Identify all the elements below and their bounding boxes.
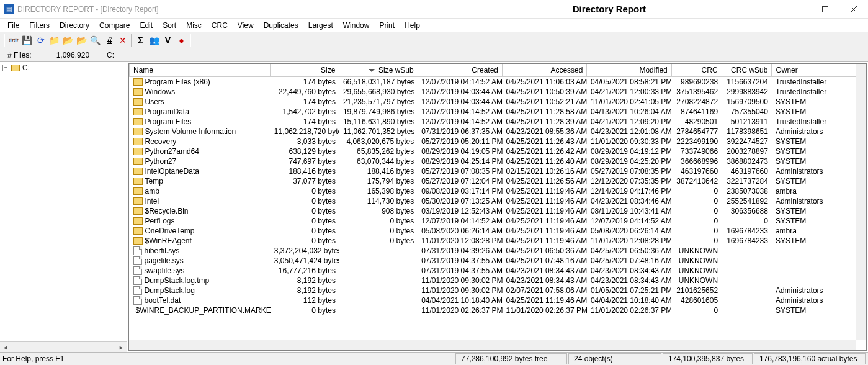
table-row[interactable]: Intel0 bytes114,730 bytes05/30/2019 07:1… — [130, 196, 866, 206]
row-modified: 04/05/2021 08:58:21 PM — [587, 77, 671, 88]
col-crc[interactable]: CRC — [671, 64, 722, 77]
scroll-left-icon[interactable]: ◄ — [0, 342, 11, 352]
scroll-right-icon[interactable]: ► — [116, 342, 127, 352]
col-owner[interactable]: Owner — [772, 64, 866, 77]
col-modified[interactable]: Modified — [587, 64, 671, 77]
folder-up-icon[interactable]: 📂 — [61, 34, 74, 47]
search-icon[interactable]: 🔍 — [89, 34, 102, 47]
menu-compare[interactable]: Compare — [94, 20, 135, 31]
col-name[interactable]: Name — [130, 64, 271, 77]
table-row[interactable]: pagefile.sys3,050,471,424 bytes07/31/201… — [130, 256, 866, 266]
record-icon[interactable]: ● — [175, 34, 188, 47]
col-size[interactable]: Size — [271, 64, 339, 77]
sort-desc-icon — [369, 69, 375, 72]
sigma-icon[interactable]: Σ — [134, 34, 147, 47]
row-owner: SYSTEM — [772, 146, 866, 156]
table-row[interactable]: $WinREAgent0 bytes0 bytes11/01/2020 12:0… — [130, 236, 866, 246]
table-row[interactable]: Python27747,697 bytes63,070,344 bytes08/… — [130, 156, 866, 166]
table-row[interactable]: Recovery3,033 bytes4,063,020,675 bytes05… — [130, 137, 866, 146]
table-row[interactable]: Windows22,449,760 bytes29,655,668,930 by… — [130, 87, 866, 97]
minimize-button[interactable] — [782, 0, 811, 19]
people-icon[interactable]: 👥 — [148, 34, 161, 47]
table-row[interactable]: IntelOptaneData188,416 bytes188,416 byte… — [130, 166, 866, 176]
table-row[interactable]: Program Files (x86)174 bytes66,518,031,1… — [130, 77, 866, 88]
col-accessed[interactable]: Accessed — [503, 64, 587, 77]
col-crc-wsub[interactable]: CRC wSub — [722, 64, 772, 77]
table-row[interactable]: $Recycle.Bin0 bytes908 bytes03/19/2019 1… — [130, 206, 866, 216]
col-size-wsub[interactable]: Size wSub — [339, 64, 418, 77]
row-owner: TrustedInstaller — [772, 87, 866, 97]
row-crc-wsub — [722, 256, 772, 266]
table-row[interactable]: bootTel.dat112 bytes04/04/2021 10:18:40 … — [130, 295, 866, 305]
row-name: Recovery — [145, 137, 177, 146]
table-row[interactable]: Program Files174 bytes15,116,631,890 byt… — [130, 117, 866, 127]
table-row[interactable]: $WINRE_BACKUP_PARTITION.MARKER0 bytes11/… — [130, 305, 866, 315]
binoculars-icon[interactable]: 👓 — [7, 34, 20, 47]
tree-hscroll[interactable]: ◄ ► — [0, 341, 127, 352]
table-row[interactable]: OneDriveTemp0 bytes0 bytes05/08/2020 06:… — [130, 226, 866, 236]
menu-directory[interactable]: Directory — [55, 20, 94, 31]
row-size-wsub: 66,518,031,187 bytes — [339, 77, 418, 88]
folder-open-icon[interactable]: 📂 — [75, 34, 88, 47]
table-row[interactable]: Python27amd64638,129 bytes65,835,262 byt… — [130, 146, 866, 156]
check-icon[interactable]: V — [161, 34, 174, 47]
col-created[interactable]: Created — [418, 64, 502, 77]
row-crc-wsub — [722, 266, 772, 276]
file-icon — [133, 256, 142, 265]
delete-icon[interactable]: ✕ — [116, 34, 129, 47]
row-crc: UNKNOWN — [671, 256, 722, 266]
menu-sort[interactable]: Sort — [158, 20, 181, 31]
folder-icon — [133, 178, 143, 185]
menu-window[interactable]: Window — [338, 20, 375, 31]
table-row[interactable]: DumpStack.log8,192 bytes11/01/2020 09:30… — [130, 286, 866, 295]
row-modified: 08/29/2019 04:25:20 PM — [587, 156, 671, 166]
menu-edit[interactable]: Edit — [135, 20, 158, 31]
row-accessed: 04/25/2021 07:48:16 AM — [503, 256, 587, 266]
row-owner — [772, 266, 866, 276]
status-bar: For Help, press F1 77,286,100,992 bytes … — [0, 352, 868, 365]
menu-filters[interactable]: Filters — [24, 20, 55, 31]
table-row[interactable]: PerfLogs0 bytes0 bytes12/07/2019 04:14:5… — [130, 216, 866, 226]
table-row[interactable]: ProgramData1,542,702 bytes19,879,749,986… — [130, 107, 866, 117]
row-name: $Recycle.Bin — [145, 207, 189, 215]
menu-print[interactable]: Print — [374, 20, 400, 31]
table-row[interactable]: hiberfil.sys3,372,204,032 bytes07/31/201… — [130, 246, 866, 256]
row-size-wsub: 908 bytes — [339, 206, 418, 216]
refresh-icon[interactable]: ⟳ — [34, 34, 47, 47]
menu-view[interactable]: View — [233, 20, 259, 31]
table-row[interactable]: DumpStack.log.tmp8,192 bytes11/01/2020 0… — [130, 276, 866, 286]
row-size-wsub — [339, 256, 418, 266]
menu-duplicates[interactable]: Duplicates — [259, 20, 303, 31]
table-row[interactable]: Users174 bytes21,235,571,797 bytes12/07/… — [130, 97, 866, 107]
list-vscroll[interactable] — [856, 64, 866, 340]
svg-rect-1 — [823, 6, 828, 12]
row-size-wsub — [339, 266, 418, 276]
folder-icon — [133, 138, 143, 145]
table-row[interactable]: System Volume Information11,062,218,720 … — [130, 127, 866, 137]
expand-icon[interactable]: + — [2, 65, 9, 71]
row-crc-wsub: 1156637204 — [722, 77, 772, 88]
row-size: 174 bytes — [271, 117, 339, 127]
list-hscroll[interactable] — [129, 340, 856, 350]
maximize-button[interactable] — [811, 0, 839, 19]
row-created: 05/30/2019 07:13:25 AM — [418, 196, 502, 206]
print-icon[interactable]: 🖨 — [102, 34, 115, 47]
table-row[interactable]: Temp37,077 bytes175,794 bytes05/27/2019 … — [130, 176, 866, 186]
tree-root[interactable]: + C: — [0, 62, 127, 73]
menu-crc[interactable]: CRC — [207, 20, 233, 31]
row-modified: 12/07/2019 04:14:52 AM — [587, 216, 671, 226]
row-crc-wsub: 3868802473 — [722, 156, 772, 166]
menu-file[interactable]: File — [2, 20, 24, 31]
row-created: 12/07/2019 04:14:52 AM — [418, 216, 502, 226]
menu-help[interactable]: Help — [400, 20, 425, 31]
row-created: 07/31/2019 04:37:55 AM — [418, 256, 502, 266]
menu-misc[interactable]: Misc — [181, 20, 207, 31]
menu-largest[interactable]: Largest — [303, 20, 338, 31]
table-row[interactable]: amb0 bytes165,398 bytes09/08/2019 03:17:… — [130, 186, 866, 196]
row-name: ProgramData — [145, 107, 189, 116]
folder-icon[interactable]: 📁 — [48, 34, 61, 47]
file-icon — [133, 296, 142, 305]
close-button[interactable] — [839, 0, 868, 19]
save-icon[interactable]: 💾 — [20, 34, 34, 47]
table-row[interactable]: swapfile.sys16,777,216 bytes07/31/2019 0… — [130, 266, 866, 276]
